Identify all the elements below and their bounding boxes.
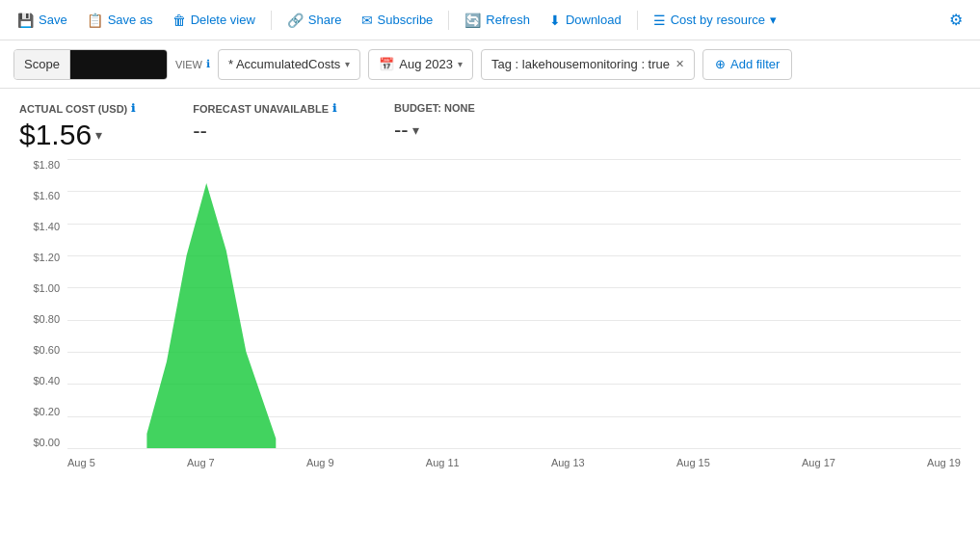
y-label-9: $0.20 xyxy=(33,406,60,417)
cost-by-icon: ☰ xyxy=(653,13,666,28)
divider-2 xyxy=(448,11,449,30)
divider-1 xyxy=(271,11,272,30)
actual-cost-chevron-icon: ▾ xyxy=(95,127,102,143)
x-label-7: Aug 17 xyxy=(802,457,835,468)
x-label-1: Aug 5 xyxy=(67,457,95,468)
calendar-icon: 📅 xyxy=(379,57,394,71)
toolbar: 💾 Save 📋 Save as 🗑 Delete view 🔗 Share ✉… xyxy=(0,0,980,40)
save-as-icon: 📋 xyxy=(87,13,103,28)
y-label-5: $1.00 xyxy=(33,282,60,294)
tag-filter-close-icon[interactable]: ✕ xyxy=(675,58,684,70)
share-button[interactable]: 🔗 Share xyxy=(279,9,350,32)
y-label-1: $1.80 xyxy=(33,159,60,171)
y-label-6: $0.80 xyxy=(33,313,60,325)
download-button[interactable]: ⬇ Download xyxy=(542,9,629,32)
x-label-3: Aug 9 xyxy=(306,457,334,468)
x-label-5: Aug 13 xyxy=(551,457,585,468)
refresh-icon: 🔄 xyxy=(464,13,481,28)
save-as-button[interactable]: 📋 Save as xyxy=(79,9,161,32)
forecast-label: FORECAST UNAVAILABLE ℹ xyxy=(193,102,336,115)
chart-wrapper: $1.80 $1.60 $1.40 $1.20 $1.00 $0.80 $0.6… xyxy=(19,159,961,477)
x-label-8: Aug 19 xyxy=(927,457,961,468)
actual-cost-label: ACTUAL COST (USD) ℹ xyxy=(19,102,135,115)
gear-icon: ⚙ xyxy=(949,11,963,29)
view-chevron-icon: ▾ xyxy=(345,59,350,69)
y-label-8: $0.40 xyxy=(33,375,60,386)
cost-by-chevron-icon: ▾ xyxy=(770,13,777,27)
forecast-info-icon[interactable]: ℹ xyxy=(332,102,336,115)
y-label-10: $0.00 xyxy=(33,437,60,448)
tag-filter-label: Tag : lakehousemonitoring : true xyxy=(491,57,670,71)
budget-value: -- ▾ xyxy=(394,118,475,143)
filter-bar: Scope VIEW ℹ * AccumulatedCosts ▾ 📅 Aug … xyxy=(0,40,980,89)
view-dropdown-value: * AccumulatedCosts xyxy=(228,57,340,71)
divider-3 xyxy=(637,11,638,30)
x-label-4: Aug 11 xyxy=(426,457,460,468)
view-dropdown[interactable]: * AccumulatedCosts ▾ xyxy=(218,49,360,80)
x-label-6: Aug 15 xyxy=(676,457,710,468)
forecast-value: -- xyxy=(193,119,336,144)
actual-cost-info-icon[interactable]: ℹ xyxy=(131,102,135,115)
actual-cost-item: ACTUAL COST (USD) ℹ $1.56 ▾ xyxy=(19,102,135,151)
x-axis: Aug 5 Aug 7 Aug 9 Aug 11 Aug 13 Aug 15 A… xyxy=(67,448,961,477)
share-icon: 🔗 xyxy=(287,13,304,28)
x-labels: Aug 5 Aug 7 Aug 9 Aug 11 Aug 13 Aug 15 A… xyxy=(67,457,961,468)
y-label-3: $1.40 xyxy=(33,221,60,232)
budget-chevron-icon: ▾ xyxy=(412,122,419,138)
refresh-button[interactable]: 🔄 Refresh xyxy=(457,9,538,32)
view-label: VIEW xyxy=(175,59,202,70)
y-axis: $1.80 $1.60 $1.40 $1.20 $1.00 $0.80 $0.6… xyxy=(19,159,67,448)
add-filter-button[interactable]: ⊕ Add filter xyxy=(702,49,792,80)
download-icon: ⬇ xyxy=(549,13,561,28)
chart-area xyxy=(67,159,961,448)
scope-label: Scope xyxy=(14,50,70,79)
cost-area-polygon xyxy=(146,183,276,448)
view-info-icon[interactable]: ℹ xyxy=(206,58,210,70)
summary-section: ACTUAL COST (USD) ℹ $1.56 ▾ FORECAST UNA… xyxy=(0,89,980,159)
scope-value xyxy=(70,50,167,79)
save-button[interactable]: 💾 Save xyxy=(10,9,75,32)
date-dropdown[interactable]: 📅 Aug 2023 ▾ xyxy=(368,49,473,80)
save-icon: 💾 xyxy=(17,13,34,28)
view-group: VIEW ℹ xyxy=(175,58,210,70)
delete-view-button[interactable]: 🗑 Delete view xyxy=(165,9,263,32)
delete-icon: 🗑 xyxy=(172,13,186,28)
x-label-2: Aug 7 xyxy=(187,457,215,468)
chart-container: $1.80 $1.60 $1.40 $1.20 $1.00 $0.80 $0.6… xyxy=(0,159,980,487)
tag-filter: Tag : lakehousemonitoring : true ✕ xyxy=(481,49,695,80)
forecast-item: FORECAST UNAVAILABLE ℹ -- xyxy=(193,102,336,144)
y-label-2: $1.60 xyxy=(33,190,60,201)
y-label-7: $0.60 xyxy=(33,344,60,356)
cost-by-resource-button[interactable]: ☰ Cost by resource ▾ xyxy=(646,9,784,32)
date-dropdown-value: Aug 2023 xyxy=(399,57,453,71)
settings-button[interactable]: ⚙ xyxy=(941,7,970,33)
y-label-4: $1.20 xyxy=(33,252,60,263)
actual-cost-value: $1.56 ▾ xyxy=(19,119,135,151)
subscribe-button[interactable]: ✉ Subscribe xyxy=(354,9,441,32)
date-chevron-icon: ▾ xyxy=(458,59,463,69)
budget-label: BUDGET: NONE xyxy=(394,102,475,114)
budget-item: BUDGET: NONE -- ▾ xyxy=(394,102,475,143)
subscribe-icon: ✉ xyxy=(361,13,373,28)
chart-svg xyxy=(67,159,961,448)
add-filter-icon: ⊕ xyxy=(715,57,726,71)
scope-group: Scope xyxy=(13,49,168,80)
